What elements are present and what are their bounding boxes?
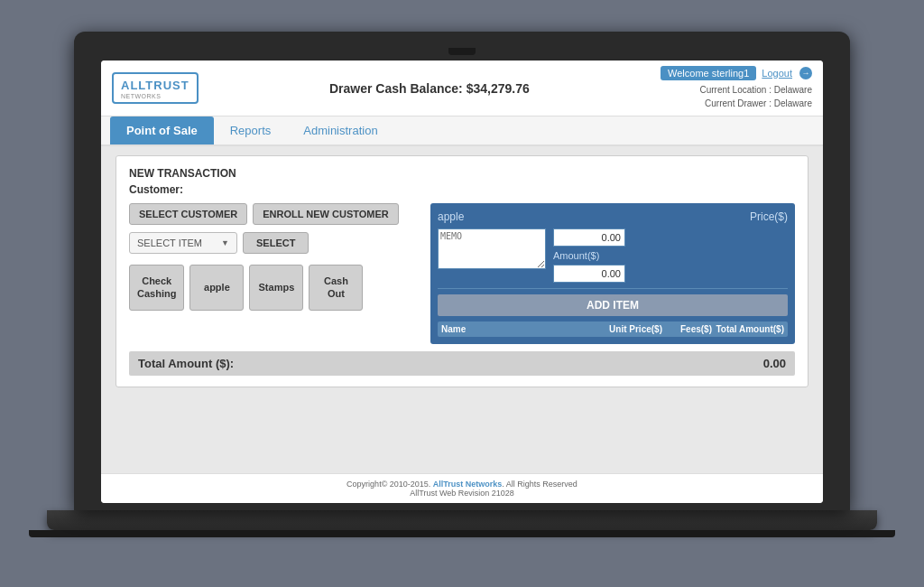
cash-out-button[interactable]: CashOut — [309, 265, 363, 311]
logo-area: ALLTRUST NETWORKS — [112, 72, 199, 104]
rp-price-label: Price($) — [750, 210, 788, 223]
enroll-customer-button[interactable]: ENROLL NEW CUSTOMER — [253, 203, 399, 225]
drawer-balance-label: Drawer Cash Balance: — [329, 81, 463, 96]
rp-price-input[interactable] — [553, 228, 625, 247]
customer-btn-row: SELECT CUSTOMER ENROLL NEW CUSTOMER — [129, 203, 418, 225]
footer-revision: AllTrust Web Revision 21028 — [106, 489, 818, 498]
logout-link[interactable]: Logout — [762, 68, 792, 79]
laptop-notch — [448, 48, 476, 55]
rp-th-fees: Fees($) — [662, 324, 712, 334]
right-panel: apple Price($) Amount($) — [430, 203, 795, 344]
logout-icon[interactable]: → — [799, 67, 812, 79]
laptop-base — [47, 510, 877, 530]
logo-sub: NETWORKS — [121, 93, 189, 99]
rp-th-name: Name — [441, 324, 595, 334]
rp-header: apple Price($) — [438, 210, 788, 223]
rp-table-header: Name Unit Price($) Fees($) Total Amount(… — [438, 321, 788, 337]
current-location: Current Location : Delaware — [661, 83, 812, 97]
laptop-screen: ALLTRUST NETWORKS Drawer Cash Balance: $… — [101, 61, 823, 503]
header-right: Welcome sterling1 Logout → Current Locat… — [661, 66, 812, 110]
drawer-balance: Drawer Cash Balance: $34,279.76 — [329, 81, 530, 96]
app-footer: Copyright© 2010-2015. AllTrust Networks.… — [101, 473, 823, 503]
logo-text: ALLTRUST — [121, 79, 189, 92]
select-item-dropdown[interactable]: SELECT ITEM ▼ — [129, 232, 237, 254]
quick-actions: CheckCashing apple Stamps CashOut — [129, 265, 418, 311]
rp-item-name: apple — [438, 210, 464, 223]
logo-box: ALLTRUST NETWORKS — [112, 72, 199, 104]
nav-item-pos[interactable]: Point of Sale — [110, 116, 214, 144]
footer-rights: . All Rights Reserved — [502, 480, 578, 489]
rp-inputs: Amount($) — [553, 228, 788, 283]
section-title: NEW TRANSACTION — [129, 167, 795, 180]
select-item-row: SELECT ITEM ▼ SELECT — [129, 232, 418, 254]
total-row: Total Amount ($): 0.00 — [129, 351, 795, 376]
app-container: ALLTRUST NETWORKS Drawer Cash Balance: $… — [101, 61, 823, 503]
rp-th-unit-price: Unit Price($) — [595, 324, 662, 334]
total-value: 0.00 — [763, 357, 786, 370]
rp-amount-input[interactable] — [553, 265, 625, 283]
drawer-balance-value: $34,279.76 — [467, 81, 530, 96]
rp-amount-label: Amount($) — [553, 250, 784, 261]
header-center: Drawer Cash Balance: $34,279.76 — [199, 80, 661, 97]
select-customer-button[interactable]: SELECT CUSTOMER — [129, 203, 247, 225]
footer-company-link[interactable]: AllTrust Networks — [433, 480, 503, 489]
rp-memo-area: Amount($) — [438, 228, 788, 283]
nav-item-admin[interactable]: Administration — [287, 116, 393, 144]
add-item-button[interactable]: ADD ITEM — [438, 294, 788, 316]
laptop-base-bottom — [29, 530, 895, 537]
select-arrow-icon: ▼ — [221, 238, 229, 247]
rp-th-total: Total Amount($) — [712, 324, 784, 334]
footer-copyright: Copyright© 2010-2015. — [346, 480, 433, 489]
welcome-area: Welcome sterling1 Logout → — [661, 66, 812, 80]
check-cashing-button[interactable]: CheckCashing — [129, 265, 184, 311]
left-panel: SELECT CUSTOMER ENROLL NEW CUSTOMER SELE… — [129, 203, 418, 344]
select-item-label: SELECT ITEM — [137, 238, 202, 248]
nav-item-reports[interactable]: Reports — [214, 116, 288, 144]
main-content: NEW TRANSACTION Customer: SELECT CUSTOME… — [101, 146, 823, 473]
select-button[interactable]: SELECT — [243, 232, 309, 254]
app-header: ALLTRUST NETWORKS Drawer Cash Balance: $… — [101, 61, 823, 116]
rp-memo-field[interactable] — [438, 228, 546, 269]
transaction-panel: NEW TRANSACTION Customer: SELECT CUSTOME… — [116, 155, 808, 387]
apple-button[interactable]: apple — [189, 265, 244, 311]
total-label: Total Amount ($): — [138, 357, 234, 370]
stamps-button[interactable]: Stamps — [249, 265, 303, 311]
customer-label: Customer: — [129, 183, 795, 196]
navigation: Point of Sale Reports Administration — [101, 116, 823, 146]
current-drawer: Current Drawer : Delaware — [661, 97, 812, 110]
location-info: Current Location : Delaware Current Draw… — [661, 83, 812, 110]
welcome-badge: Welcome sterling1 — [661, 66, 756, 80]
transaction-body: SELECT CUSTOMER ENROLL NEW CUSTOMER SELE… — [129, 203, 795, 344]
rp-divider — [438, 288, 788, 289]
